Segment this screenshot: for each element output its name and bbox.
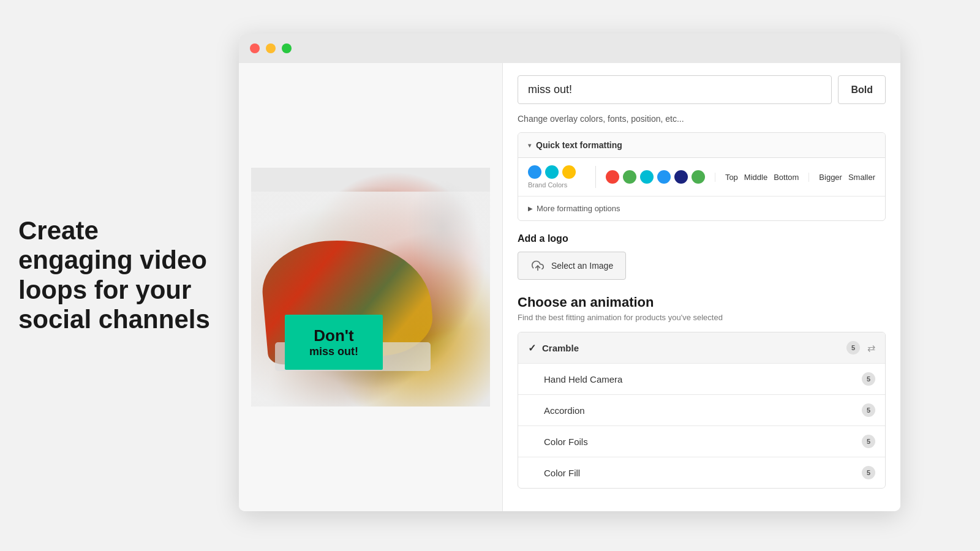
position-top-button[interactable]: Top: [725, 173, 738, 182]
brand-color-amber[interactable]: [562, 165, 576, 179]
traffic-light-green[interactable]: [282, 43, 292, 53]
animation-section-title: Choose an animation: [518, 294, 886, 310]
overlay-badge: Don't miss out!: [285, 315, 383, 370]
animation-count-colorfill: 5: [862, 466, 875, 479]
brand-color-teal[interactable]: [545, 165, 559, 179]
format-panel-body: Brand Colors: [518, 158, 885, 196]
animation-item-accordion[interactable]: Accordion 5: [518, 395, 885, 426]
more-formatting-label: More formatting options: [537, 204, 620, 213]
canvas-image: Don't miss out!: [251, 168, 490, 407]
divider-1: [595, 166, 596, 188]
animation-count-colorfoils: 5: [862, 435, 875, 448]
palette-color-cyan[interactable]: [640, 170, 654, 184]
animation-count-accordion: 5: [862, 403, 875, 417]
logo-section-title: Add a logo: [518, 233, 886, 244]
palette-color-blue[interactable]: [657, 170, 671, 184]
brand-colors-label: Brand Colors: [528, 181, 567, 189]
animation-item-handheld[interactable]: Hand Held Camera 5: [518, 364, 885, 395]
palette-colors: [606, 170, 715, 184]
hero-title: Create engaging video loops for your soc…: [18, 216, 214, 334]
brand-colors-col: Brand Colors: [528, 165, 586, 189]
format-panel-title: Quick text formatting: [536, 140, 622, 150]
animation-name-cramble: Cramble: [542, 343, 842, 353]
traffic-light-red[interactable]: [250, 43, 260, 53]
size-smaller-button[interactable]: Smaller: [848, 173, 875, 182]
traffic-light-yellow[interactable]: [266, 43, 276, 53]
animation-name-colorfoils: Color Foils: [528, 437, 857, 447]
chevron-right-icon: ▶: [528, 205, 533, 212]
right-panel[interactable]: Bold Change overlay colors, fonts, posit…: [502, 63, 900, 511]
brand-color-blue[interactable]: [528, 165, 541, 179]
hero-section: Create engaging video loops for your soc…: [18, 216, 214, 334]
bold-button[interactable]: Bold: [838, 75, 886, 104]
animation-count-handheld: 5: [862, 372, 875, 386]
chevron-down-icon: ▾: [528, 142, 531, 149]
format-panel-header[interactable]: ▾ Quick text formatting: [518, 133, 885, 158]
overlay-hint: Change overlay colors, fonts, position, …: [518, 114, 886, 124]
animation-section-subtitle: Find the best fitting animation for prod…: [518, 313, 886, 322]
select-image-button[interactable]: Select an Image: [518, 252, 626, 280]
palette-color-red[interactable]: [606, 170, 619, 184]
shuffle-icon-cramble[interactable]: ⇄: [867, 342, 875, 354]
animation-count-cramble: 5: [846, 341, 860, 354]
animation-name-colorfill: Color Fill: [528, 468, 857, 478]
palette-color-darkblue[interactable]: [674, 170, 688, 184]
size-group: Bigger Smaller: [809, 173, 875, 182]
palette-color-green[interactable]: [623, 170, 636, 184]
brand-color-swatches: [528, 165, 586, 179]
browser-content: Don't miss out! Bold Change overlay colo…: [239, 63, 900, 511]
animation-name-accordion: Accordion: [528, 405, 857, 416]
position-middle-button[interactable]: Middle: [744, 173, 767, 182]
text-input[interactable]: [518, 75, 832, 104]
overlay-line2: miss out!: [309, 345, 358, 358]
animation-name-handheld: Hand Held Camera: [528, 374, 857, 384]
shoe-background: [251, 168, 490, 407]
canvas-panel: Don't miss out!: [239, 63, 502, 511]
position-group: Top Middle Bottom: [715, 173, 809, 182]
animation-item-colorfill[interactable]: Color Fill 5: [518, 457, 885, 488]
page-wrapper: Create engaging video loops for your soc…: [0, 0, 980, 551]
more-formatting-row[interactable]: ▶ More formatting options: [518, 196, 885, 220]
animation-item-colorfoils[interactable]: Color Foils 5: [518, 426, 885, 457]
upload-icon: [530, 258, 545, 273]
check-icon: ✓: [528, 342, 536, 354]
animation-list: ✓ Cramble 5 ⇄ Hand Held Camera 5 Accordi…: [518, 332, 886, 489]
browser-titlebar: [239, 34, 900, 63]
animation-item-cramble[interactable]: ✓ Cramble 5 ⇄: [518, 332, 885, 364]
select-image-label: Select an Image: [551, 261, 613, 271]
position-bottom-button[interactable]: Bottom: [774, 173, 799, 182]
format-panel: ▾ Quick text formatting Brand Colors: [518, 132, 886, 221]
size-bigger-button[interactable]: Bigger: [819, 173, 842, 182]
palette-color-green2[interactable]: [692, 170, 705, 184]
browser-window: Don't miss out! Bold Change overlay colo…: [239, 34, 900, 511]
particles: [251, 168, 490, 407]
overlay-line1: Don't: [314, 326, 353, 345]
text-input-row: Bold: [518, 75, 886, 104]
